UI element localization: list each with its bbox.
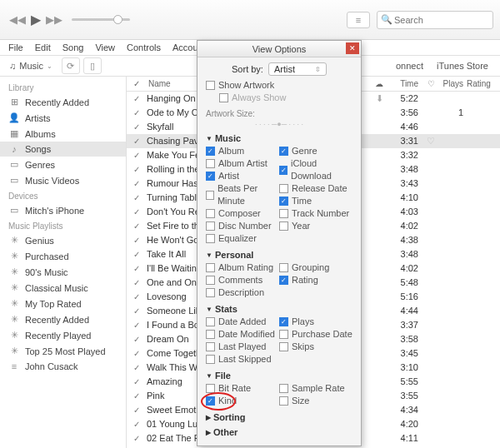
sidebar-item[interactable]: 👤Artists [0,110,126,126]
row-check[interactable]: ✓ [127,306,147,316]
volume-slider[interactable] [72,18,130,21]
option-checkbox[interactable]: Album Rating [206,261,279,274]
show-artwork-checkbox[interactable]: Show Artwork [206,79,352,92]
menu-controls[interactable]: Controls [122,41,166,54]
sidebar-item[interactable]: ▭Mitch's iPhone [0,202,126,218]
option-checkbox[interactable]: ✓Plays [279,316,352,328]
dialog-title[interactable]: View Options ✕ [198,41,361,57]
play-button[interactable]: ▶ [28,8,43,31]
row-check[interactable]: ✓ [127,434,147,443]
prev-track-button[interactable]: ◀◀ [7,10,28,29]
option-checkbox[interactable]: Grouping [279,261,352,274]
row-check[interactable]: ✓ [127,94,147,103]
row-check[interactable]: ✓ [127,165,147,174]
list-view-button[interactable]: ≡ [347,12,370,28]
sidebar-item[interactable]: ⊞Recently Added [0,94,126,110]
option-checkbox[interactable]: Size [279,395,352,407]
heart-icon[interactable]: ♡ [423,136,438,147]
row-check[interactable]: ✓ [127,420,147,429]
dialog-close-button[interactable]: ✕ [346,42,359,54]
sortby-select[interactable]: Artist ⇳ [268,62,327,76]
row-check[interactable]: ✓ [127,278,147,287]
sidebar-item[interactable]: ≡John Cusack [0,359,126,374]
option-checkbox[interactable]: ✓iCloud Download [279,157,352,182]
col-check[interactable]: ✓ [127,79,147,88]
device-button[interactable]: ▯ [83,57,102,74]
option-checkbox[interactable]: ✓Artist [206,170,279,182]
section-music[interactable]: ▼Music [206,133,352,143]
option-checkbox[interactable]: ✓Genre [279,145,352,157]
option-checkbox[interactable]: ✓Rating [279,274,352,286]
row-check[interactable]: ✓ [127,151,147,160]
option-checkbox[interactable]: Album Artist [206,157,279,170]
option-checkbox[interactable]: Last Skipped [206,353,279,366]
option-checkbox[interactable]: ✓Kind [206,395,279,407]
connect-link[interactable]: onnect [396,61,423,71]
sidebar-item[interactable]: ✳Recently Added [0,311,126,327]
option-checkbox[interactable]: Sample Rate [279,382,352,395]
sidebar-item[interactable]: ▦Albums [0,126,126,142]
option-checkbox[interactable]: Description [206,286,279,299]
row-check[interactable]: ✓ [127,406,147,415]
option-checkbox[interactable]: Last Played [206,341,279,353]
sidebar-item[interactable]: ✳Recently Played [0,327,126,343]
section-stats[interactable]: ▼Stats [206,304,352,314]
menu-file[interactable]: File [3,41,28,54]
itunes-store-link[interactable]: iTunes Store [437,61,488,71]
option-checkbox[interactable]: Comments [206,274,279,286]
row-check[interactable]: ✓ [127,207,147,217]
cloud-icon[interactable]: ⬇ [368,93,390,104]
row-check[interactable]: ✓ [127,363,147,372]
option-checkbox[interactable]: Release Date [279,182,352,195]
sidebar-item[interactable]: ✳Purchased [0,248,126,264]
sidebar-item[interactable]: ✳Genius [0,232,126,248]
library-dropdown[interactable]: ♫ Music ⌄ [3,58,58,73]
col-plays[interactable]: Plays [438,79,467,88]
section-file[interactable]: ▼File [206,371,352,381]
sidebar-item[interactable]: ✳Top 25 Most Played [0,343,126,359]
option-checkbox[interactable]: Disc Number [206,220,279,232]
section-sorting[interactable]: ▶Sorting [206,412,352,422]
option-checkbox[interactable]: Year [279,220,352,232]
sidebar-item[interactable]: ▭Genres [0,157,126,172]
row-check[interactable]: ✓ [127,193,147,202]
next-track-button[interactable]: ▶▶ [43,10,65,29]
row-check[interactable]: ✓ [127,335,147,344]
menu-edit[interactable]: Edit [30,41,56,54]
row-check[interactable]: ✓ [127,264,147,273]
row-check[interactable]: ✓ [127,122,147,132]
row-check[interactable]: ✓ [127,250,147,259]
menu-view[interactable]: View [90,41,120,54]
sidebar-item[interactable]: ✳90's Music [0,264,126,280]
col-heart[interactable]: ♡ [423,79,438,88]
menu-song[interactable]: Song [58,41,89,54]
row-check[interactable]: ✓ [127,108,147,117]
volume-thumb[interactable] [113,15,122,24]
option-checkbox[interactable]: Date Added [206,316,279,328]
search-input[interactable] [377,11,493,29]
sync-button[interactable]: ⟳ [62,57,80,74]
option-checkbox[interactable]: Composer [206,207,279,220]
row-check[interactable]: ✓ [127,222,147,231]
row-check[interactable]: ✓ [127,321,147,330]
option-checkbox[interactable]: ✓Album [206,145,279,157]
row-check[interactable]: ✓ [127,391,147,401]
option-checkbox[interactable]: Bit Rate [206,382,279,395]
section-other[interactable]: ▶Other [206,427,352,437]
row-check[interactable]: ✓ [127,377,147,386]
row-check[interactable]: ✓ [127,236,147,245]
row-check[interactable]: ✓ [127,137,147,146]
col-rating[interactable]: Rating [467,79,500,88]
option-checkbox[interactable]: Skips [279,341,352,353]
option-checkbox[interactable]: Track Number [279,207,352,220]
artwork-size-slider[interactable]: · · · · ─●─ · · · · [206,120,352,128]
row-check[interactable]: ✓ [127,292,147,301]
col-time[interactable]: Time [390,79,423,88]
row-check[interactable]: ✓ [127,349,147,358]
sidebar-item[interactable]: ♪Songs [0,142,126,157]
option-checkbox[interactable]: Date Modified [206,328,279,341]
sidebar-item[interactable]: ✳My Top Rated [0,296,126,311]
row-check[interactable]: ✓ [127,179,147,188]
option-checkbox[interactable]: Equalizer [206,232,279,245]
sidebar-item[interactable]: ▭Music Videos [0,172,126,188]
